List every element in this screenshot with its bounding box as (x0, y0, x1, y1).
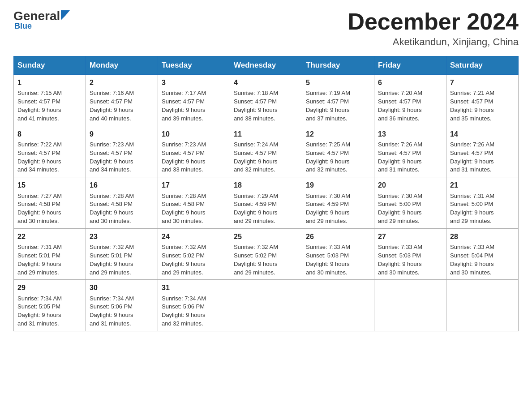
day-number: 5 (306, 77, 370, 88)
logo-triangle-icon (61, 10, 70, 20)
day-number: 7 (450, 77, 515, 88)
day-number: 1 (17, 77, 82, 88)
day-number: 25 (234, 231, 298, 242)
calendar-cell: 30 Sunrise: 7:34 AMSunset: 5:06 PMDaylig… (86, 280, 158, 331)
day-info: Sunrise: 7:33 AMSunset: 5:03 PMDaylight:… (378, 244, 422, 276)
calendar-week-3: 15 Sunrise: 7:27 AMSunset: 4:58 PMDaylig… (14, 177, 519, 229)
day-number: 2 (90, 77, 154, 88)
calendar-cell: 3 Sunrise: 7:17 AMSunset: 4:57 PMDayligh… (158, 75, 230, 126)
day-number: 14 (450, 129, 515, 139)
day-info: Sunrise: 7:34 AMSunset: 5:06 PMDaylight:… (162, 295, 206, 327)
day-info: Sunrise: 7:29 AMSunset: 4:59 PMDaylight:… (234, 193, 278, 225)
calendar-cell: 1 Sunrise: 7:15 AMSunset: 4:57 PMDayligh… (14, 75, 86, 126)
calendar-cell: 31 Sunrise: 7:34 AMSunset: 5:06 PMDaylig… (158, 280, 230, 331)
day-info: Sunrise: 7:20 AMSunset: 4:57 PMDaylight:… (378, 90, 422, 122)
day-info: Sunrise: 7:32 AMSunset: 5:02 PMDaylight:… (234, 244, 278, 276)
calendar-cell: 6 Sunrise: 7:20 AMSunset: 4:57 PMDayligh… (374, 75, 446, 126)
day-info: Sunrise: 7:19 AMSunset: 4:57 PMDaylight:… (306, 90, 350, 122)
day-header-friday: Friday (374, 56, 446, 75)
calendar-cell: 8 Sunrise: 7:22 AMSunset: 4:57 PMDayligh… (14, 126, 86, 177)
logo-blue-text: Blue (14, 21, 32, 31)
day-number: 11 (234, 129, 298, 139)
day-info: Sunrise: 7:31 AMSunset: 5:00 PMDaylight:… (450, 193, 494, 225)
day-number: 17 (162, 180, 226, 190)
day-info: Sunrise: 7:23 AMSunset: 4:57 PMDaylight:… (162, 141, 206, 173)
calendar-week-4: 22 Sunrise: 7:31 AMSunset: 5:01 PMDaylig… (14, 228, 519, 280)
location-title: Aketikandun, Xinjiang, China (348, 36, 519, 48)
day-header-tuesday: Tuesday (158, 56, 230, 75)
day-number: 30 (90, 283, 154, 293)
day-info: Sunrise: 7:15 AMSunset: 4:57 PMDaylight:… (17, 90, 62, 122)
day-number: 27 (378, 231, 442, 242)
day-info: Sunrise: 7:24 AMSunset: 4:57 PMDaylight:… (234, 141, 278, 173)
calendar-cell: 24 Sunrise: 7:32 AMSunset: 5:02 PMDaylig… (158, 228, 230, 280)
day-header-saturday: Saturday (446, 56, 519, 75)
calendar-cell (446, 280, 519, 331)
day-info: Sunrise: 7:33 AMSunset: 5:03 PMDaylight:… (306, 244, 350, 276)
day-number: 19 (306, 180, 370, 190)
day-header-thursday: Thursday (302, 56, 374, 75)
calendar-table: SundayMondayTuesdayWednesdayThursdayFrid… (13, 56, 519, 331)
calendar-cell: 23 Sunrise: 7:32 AMSunset: 5:01 PMDaylig… (86, 228, 158, 280)
calendar-cell: 12 Sunrise: 7:25 AMSunset: 4:57 PMDaylig… (302, 126, 374, 177)
day-info: Sunrise: 7:25 AMSunset: 4:57 PMDaylight:… (306, 141, 350, 173)
day-info: Sunrise: 7:26 AMSunset: 4:57 PMDaylight:… (378, 141, 422, 173)
day-number: 3 (162, 77, 226, 88)
calendar-cell: 19 Sunrise: 7:30 AMSunset: 4:59 PMDaylig… (302, 177, 374, 229)
logo: General Blue (13, 9, 70, 31)
calendar-cell: 28 Sunrise: 7:33 AMSunset: 5:04 PMDaylig… (446, 228, 519, 280)
day-info: Sunrise: 7:27 AMSunset: 4:58 PMDaylight:… (17, 193, 62, 225)
calendar-cell: 22 Sunrise: 7:31 AMSunset: 5:01 PMDaylig… (14, 228, 86, 280)
calendar-cell: 17 Sunrise: 7:28 AMSunset: 4:58 PMDaylig… (158, 177, 230, 229)
day-number: 21 (450, 180, 515, 190)
day-number: 16 (90, 180, 154, 190)
day-number: 23 (90, 231, 154, 242)
day-number: 24 (162, 231, 226, 242)
day-number: 6 (378, 77, 442, 88)
day-info: Sunrise: 7:18 AMSunset: 4:57 PMDaylight:… (234, 90, 278, 122)
day-number: 4 (234, 77, 298, 88)
calendar-cell: 29 Sunrise: 7:34 AMSunset: 5:05 PMDaylig… (14, 280, 86, 331)
day-info: Sunrise: 7:30 AMSunset: 5:00 PMDaylight:… (378, 193, 422, 225)
calendar-cell: 13 Sunrise: 7:26 AMSunset: 4:57 PMDaylig… (374, 126, 446, 177)
day-info: Sunrise: 7:31 AMSunset: 5:01 PMDaylight:… (17, 244, 62, 276)
day-number: 20 (378, 180, 442, 190)
day-header-monday: Monday (86, 56, 158, 75)
calendar-cell: 27 Sunrise: 7:33 AMSunset: 5:03 PMDaylig… (374, 228, 446, 280)
calendar-cell: 25 Sunrise: 7:32 AMSunset: 5:02 PMDaylig… (230, 228, 302, 280)
day-info: Sunrise: 7:34 AMSunset: 5:05 PMDaylight:… (17, 295, 62, 327)
day-header-wednesday: Wednesday (230, 56, 302, 75)
calendar-cell (374, 280, 446, 331)
title-section: December 2024 Aketikandun, Xinjiang, Chi… (348, 9, 519, 48)
day-number: 12 (306, 129, 370, 139)
day-info: Sunrise: 7:21 AMSunset: 4:57 PMDaylight:… (450, 90, 494, 122)
day-number: 9 (90, 129, 154, 139)
day-info: Sunrise: 7:22 AMSunset: 4:57 PMDaylight:… (17, 141, 62, 173)
day-number: 22 (17, 231, 82, 242)
calendar-cell: 5 Sunrise: 7:19 AMSunset: 4:57 PMDayligh… (302, 75, 374, 126)
calendar-cell: 9 Sunrise: 7:23 AMSunset: 4:57 PMDayligh… (86, 126, 158, 177)
day-info: Sunrise: 7:34 AMSunset: 5:06 PMDaylight:… (90, 295, 134, 327)
day-info: Sunrise: 7:23 AMSunset: 4:57 PMDaylight:… (90, 141, 134, 173)
day-header-sunday: Sunday (14, 56, 86, 75)
calendar-week-1: 1 Sunrise: 7:15 AMSunset: 4:57 PMDayligh… (14, 75, 519, 126)
day-info: Sunrise: 7:16 AMSunset: 4:57 PMDaylight:… (90, 90, 134, 122)
day-number: 8 (17, 129, 82, 139)
calendar-cell: 26 Sunrise: 7:33 AMSunset: 5:03 PMDaylig… (302, 228, 374, 280)
calendar-cell: 14 Sunrise: 7:26 AMSunset: 4:57 PMDaylig… (446, 126, 519, 177)
day-number: 31 (162, 283, 226, 293)
day-info: Sunrise: 7:33 AMSunset: 5:04 PMDaylight:… (450, 244, 494, 276)
page-header: General Blue December 2024 Aketikandun, … (13, 9, 519, 48)
day-number: 26 (306, 231, 370, 242)
day-info: Sunrise: 7:28 AMSunset: 4:58 PMDaylight:… (90, 193, 134, 225)
day-info: Sunrise: 7:30 AMSunset: 4:59 PMDaylight:… (306, 193, 350, 225)
day-info: Sunrise: 7:26 AMSunset: 4:57 PMDaylight:… (450, 141, 494, 173)
day-number: 29 (17, 283, 82, 293)
calendar-header-row: SundayMondayTuesdayWednesdayThursdayFrid… (14, 56, 519, 75)
calendar-cell: 16 Sunrise: 7:28 AMSunset: 4:58 PMDaylig… (86, 177, 158, 229)
calendar-week-2: 8 Sunrise: 7:22 AMSunset: 4:57 PMDayligh… (14, 126, 519, 177)
calendar-cell: 7 Sunrise: 7:21 AMSunset: 4:57 PMDayligh… (446, 75, 519, 126)
calendar-cell: 4 Sunrise: 7:18 AMSunset: 4:57 PMDayligh… (230, 75, 302, 126)
day-info: Sunrise: 7:32 AMSunset: 5:02 PMDaylight:… (162, 244, 206, 276)
day-info: Sunrise: 7:28 AMSunset: 4:58 PMDaylight:… (162, 193, 206, 225)
